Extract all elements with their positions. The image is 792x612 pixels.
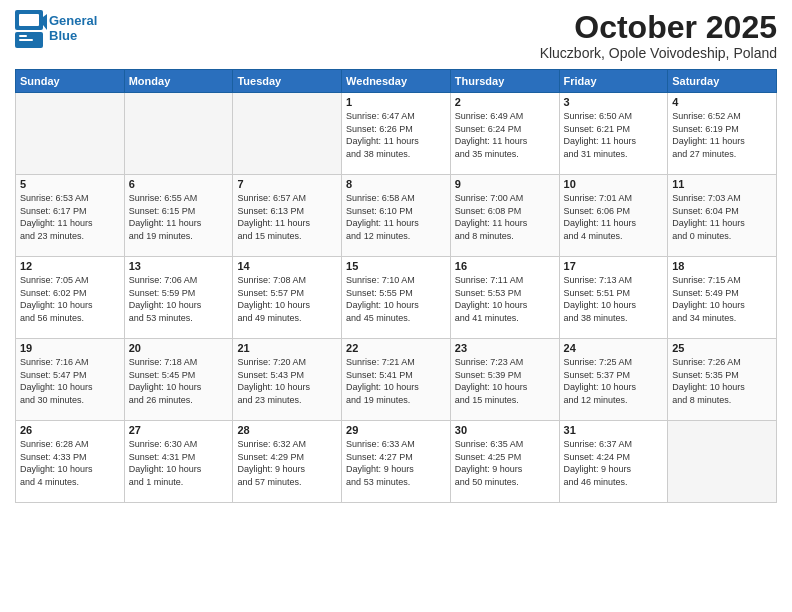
day-info: Sunrise: 6:58 AM Sunset: 6:10 PM Dayligh… [346, 192, 446, 242]
day-cell [16, 93, 125, 175]
day-number: 23 [455, 342, 555, 354]
col-header-thursday: Thursday [450, 70, 559, 93]
day-info: Sunrise: 7:10 AM Sunset: 5:55 PM Dayligh… [346, 274, 446, 324]
header: General Blue October 2025 Kluczbork, Opo… [15, 10, 777, 61]
col-header-tuesday: Tuesday [233, 70, 342, 93]
day-info: Sunrise: 6:33 AM Sunset: 4:27 PM Dayligh… [346, 438, 446, 488]
day-cell: 25Sunrise: 7:26 AM Sunset: 5:35 PM Dayli… [668, 339, 777, 421]
day-cell: 9Sunrise: 7:00 AM Sunset: 6:08 PM Daylig… [450, 175, 559, 257]
day-number: 15 [346, 260, 446, 272]
day-number: 4 [672, 96, 772, 108]
day-cell: 11Sunrise: 7:03 AM Sunset: 6:04 PM Dayli… [668, 175, 777, 257]
header-row: SundayMondayTuesdayWednesdayThursdayFrid… [16, 70, 777, 93]
day-number: 25 [672, 342, 772, 354]
day-info: Sunrise: 7:26 AM Sunset: 5:35 PM Dayligh… [672, 356, 772, 406]
day-info: Sunrise: 6:30 AM Sunset: 4:31 PM Dayligh… [129, 438, 229, 488]
day-number: 16 [455, 260, 555, 272]
col-header-monday: Monday [124, 70, 233, 93]
calendar-table: SundayMondayTuesdayWednesdayThursdayFrid… [15, 69, 777, 503]
day-info: Sunrise: 7:15 AM Sunset: 5:49 PM Dayligh… [672, 274, 772, 324]
week-row-4: 19Sunrise: 7:16 AM Sunset: 5:47 PM Dayli… [16, 339, 777, 421]
day-cell: 6Sunrise: 6:55 AM Sunset: 6:15 PM Daylig… [124, 175, 233, 257]
day-info: Sunrise: 7:13 AM Sunset: 5:51 PM Dayligh… [564, 274, 664, 324]
day-info: Sunrise: 6:52 AM Sunset: 6:19 PM Dayligh… [672, 110, 772, 160]
day-number: 22 [346, 342, 446, 354]
day-cell: 26Sunrise: 6:28 AM Sunset: 4:33 PM Dayli… [16, 421, 125, 503]
day-cell: 31Sunrise: 6:37 AM Sunset: 4:24 PM Dayli… [559, 421, 668, 503]
location: Kluczbork, Opole Voivodeship, Poland [540, 45, 777, 61]
week-row-3: 12Sunrise: 7:05 AM Sunset: 6:02 PM Dayli… [16, 257, 777, 339]
day-number: 26 [20, 424, 120, 436]
day-number: 12 [20, 260, 120, 272]
day-number: 28 [237, 424, 337, 436]
day-cell: 8Sunrise: 6:58 AM Sunset: 6:10 PM Daylig… [342, 175, 451, 257]
day-number: 20 [129, 342, 229, 354]
day-cell: 18Sunrise: 7:15 AM Sunset: 5:49 PM Dayli… [668, 257, 777, 339]
day-info: Sunrise: 7:00 AM Sunset: 6:08 PM Dayligh… [455, 192, 555, 242]
logo-text-general: General [49, 14, 97, 29]
day-cell: 13Sunrise: 7:06 AM Sunset: 5:59 PM Dayli… [124, 257, 233, 339]
day-number: 18 [672, 260, 772, 272]
day-cell: 23Sunrise: 7:23 AM Sunset: 5:39 PM Dayli… [450, 339, 559, 421]
day-number: 11 [672, 178, 772, 190]
week-row-5: 26Sunrise: 6:28 AM Sunset: 4:33 PM Dayli… [16, 421, 777, 503]
day-number: 7 [237, 178, 337, 190]
day-number: 1 [346, 96, 446, 108]
day-number: 9 [455, 178, 555, 190]
day-cell: 4Sunrise: 6:52 AM Sunset: 6:19 PM Daylig… [668, 93, 777, 175]
day-number: 17 [564, 260, 664, 272]
day-cell: 17Sunrise: 7:13 AM Sunset: 5:51 PM Dayli… [559, 257, 668, 339]
day-cell: 24Sunrise: 7:25 AM Sunset: 5:37 PM Dayli… [559, 339, 668, 421]
svg-rect-4 [19, 35, 27, 37]
day-number: 5 [20, 178, 120, 190]
day-number: 30 [455, 424, 555, 436]
day-cell: 19Sunrise: 7:16 AM Sunset: 5:47 PM Dayli… [16, 339, 125, 421]
day-cell [668, 421, 777, 503]
day-info: Sunrise: 6:35 AM Sunset: 4:25 PM Dayligh… [455, 438, 555, 488]
col-header-friday: Friday [559, 70, 668, 93]
day-cell: 21Sunrise: 7:20 AM Sunset: 5:43 PM Dayli… [233, 339, 342, 421]
logo-text-blue: Blue [49, 29, 97, 44]
day-number: 29 [346, 424, 446, 436]
week-row-2: 5Sunrise: 6:53 AM Sunset: 6:17 PM Daylig… [16, 175, 777, 257]
day-cell: 20Sunrise: 7:18 AM Sunset: 5:45 PM Dayli… [124, 339, 233, 421]
title-block: October 2025 Kluczbork, Opole Voivodeshi… [540, 10, 777, 61]
day-info: Sunrise: 7:01 AM Sunset: 6:06 PM Dayligh… [564, 192, 664, 242]
day-number: 19 [20, 342, 120, 354]
col-header-wednesday: Wednesday [342, 70, 451, 93]
day-info: Sunrise: 6:53 AM Sunset: 6:17 PM Dayligh… [20, 192, 120, 242]
day-cell: 1Sunrise: 6:47 AM Sunset: 6:26 PM Daylig… [342, 93, 451, 175]
day-cell: 7Sunrise: 6:57 AM Sunset: 6:13 PM Daylig… [233, 175, 342, 257]
day-info: Sunrise: 6:57 AM Sunset: 6:13 PM Dayligh… [237, 192, 337, 242]
svg-rect-1 [19, 14, 39, 26]
day-info: Sunrise: 7:08 AM Sunset: 5:57 PM Dayligh… [237, 274, 337, 324]
day-number: 2 [455, 96, 555, 108]
day-cell [124, 93, 233, 175]
day-cell [233, 93, 342, 175]
day-number: 3 [564, 96, 664, 108]
calendar-page: General Blue October 2025 Kluczbork, Opo… [0, 0, 792, 612]
day-info: Sunrise: 7:23 AM Sunset: 5:39 PM Dayligh… [455, 356, 555, 406]
day-info: Sunrise: 6:32 AM Sunset: 4:29 PM Dayligh… [237, 438, 337, 488]
day-number: 27 [129, 424, 229, 436]
day-info: Sunrise: 7:25 AM Sunset: 5:37 PM Dayligh… [564, 356, 664, 406]
day-cell: 16Sunrise: 7:11 AM Sunset: 5:53 PM Dayli… [450, 257, 559, 339]
col-header-sunday: Sunday [16, 70, 125, 93]
day-number: 13 [129, 260, 229, 272]
day-cell: 28Sunrise: 6:32 AM Sunset: 4:29 PM Dayli… [233, 421, 342, 503]
day-cell: 10Sunrise: 7:01 AM Sunset: 6:06 PM Dayli… [559, 175, 668, 257]
day-info: Sunrise: 6:47 AM Sunset: 6:26 PM Dayligh… [346, 110, 446, 160]
day-number: 8 [346, 178, 446, 190]
day-number: 21 [237, 342, 337, 354]
day-info: Sunrise: 7:18 AM Sunset: 5:45 PM Dayligh… [129, 356, 229, 406]
day-cell: 22Sunrise: 7:21 AM Sunset: 5:41 PM Dayli… [342, 339, 451, 421]
week-row-1: 1Sunrise: 6:47 AM Sunset: 6:26 PM Daylig… [16, 93, 777, 175]
day-number: 31 [564, 424, 664, 436]
day-cell: 12Sunrise: 7:05 AM Sunset: 6:02 PM Dayli… [16, 257, 125, 339]
day-info: Sunrise: 6:37 AM Sunset: 4:24 PM Dayligh… [564, 438, 664, 488]
day-cell: 14Sunrise: 7:08 AM Sunset: 5:57 PM Dayli… [233, 257, 342, 339]
day-cell: 2Sunrise: 6:49 AM Sunset: 6:24 PM Daylig… [450, 93, 559, 175]
day-number: 10 [564, 178, 664, 190]
day-info: Sunrise: 7:21 AM Sunset: 5:41 PM Dayligh… [346, 356, 446, 406]
month-title: October 2025 [540, 10, 777, 45]
